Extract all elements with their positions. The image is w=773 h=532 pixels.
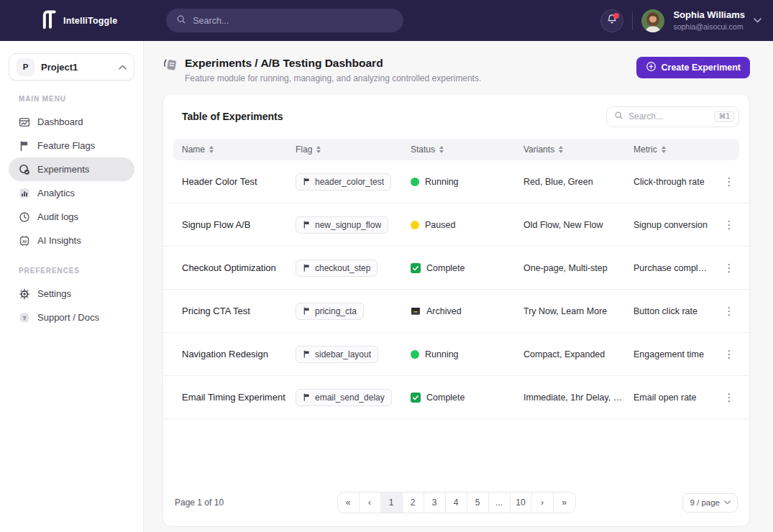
brand-name: IntelliToggle — [63, 16, 117, 26]
sidebar-item-dashboard[interactable]: Dashboard — [9, 110, 134, 134]
table-row: Pricing CTA Testpricing_ctaArchivedTry N… — [163, 290, 749, 333]
prev-page-button[interactable]: ‹ — [360, 492, 381, 513]
topbar: IntelliToggle Sophia Williams sop — [0, 0, 773, 41]
page-size-label: 9 / page — [690, 498, 720, 507]
metric-cell: Engagement time — [634, 349, 719, 359]
sidebar-item-experiments[interactable]: Experiments — [9, 157, 134, 181]
flag-icon — [303, 264, 311, 272]
create-experiment-label: Create Experiment — [662, 63, 741, 73]
page-button-5[interactable]: 5 — [467, 492, 489, 513]
sort-icon — [559, 146, 563, 153]
status-cell: Running — [411, 177, 523, 187]
page-button-3[interactable]: 3 — [424, 492, 446, 513]
sidebar-item-label: Analytics — [37, 188, 75, 198]
row-actions-kebab-icon[interactable]: ⋮ — [719, 262, 739, 273]
page-subtitle: Feature module for running, managing, an… — [185, 73, 481, 83]
status-cell: Archived — [411, 306, 523, 316]
user-avatar[interactable] — [641, 9, 664, 32]
status-running-icon — [411, 350, 419, 359]
svg-text:?: ? — [23, 315, 27, 321]
sidebar-item-ai-insights[interactable]: AIAI Insights — [9, 229, 134, 252]
dashboard-icon — [19, 116, 30, 128]
page-size-select[interactable]: 9 / page — [682, 493, 738, 513]
variants-cell: Try Now, Learn More — [523, 306, 634, 316]
table-card-header: Table of Experiments ⌘1 — [163, 94, 749, 139]
experiment-name: Navigation Redesign — [182, 349, 296, 359]
status-label: Complete — [426, 393, 465, 403]
table-row: Navigation Redesignsidebar_layoutRunning… — [163, 333, 749, 376]
sidebar-item-analytics[interactable]: Analytics — [9, 181, 134, 205]
column-header-metric[interactable]: Metric — [634, 145, 719, 155]
variants-cell: Immediate, 1hr Delay, 3hr... — [523, 393, 634, 403]
user-name: Sophia Williams — [673, 10, 745, 21]
experiments-icon — [19, 164, 30, 175]
flag-icon — [303, 393, 311, 401]
status-label: Running — [425, 349, 459, 359]
status-cell: Complete — [411, 393, 523, 403]
sidebar-item-feature-flags[interactable]: Feature Flags — [9, 134, 134, 157]
page-header: Experiments / A/B Testing Dashboard Feat… — [163, 41, 750, 83]
next-page-button[interactable]: › — [532, 492, 554, 513]
flag-chip[interactable]: header_color_test — [296, 173, 391, 191]
table-header-row: Name Flag Status Variants Metric — [173, 139, 739, 160]
page-summary: Page 1 of 10 — [175, 497, 337, 508]
topbar-right: Sophia Williams sophia@aisocui.com — [600, 9, 761, 32]
metric-cell: Click-through rate — [634, 177, 719, 187]
variants-cell: Compact, Expanded — [523, 349, 634, 359]
flag-key: checkout_step — [315, 263, 370, 273]
user-meta[interactable]: Sophia Williams sophia@aisocui.com — [673, 10, 745, 31]
experiments-table-card: Table of Experiments ⌘1 Name Flag Status… — [163, 93, 750, 527]
first-page-button[interactable]: « — [338, 492, 360, 513]
table-title: Table of Experiments — [182, 111, 283, 122]
user-menu-chevron-down-icon[interactable] — [754, 18, 761, 23]
sidebar-item-label: Audit logs — [37, 211, 78, 222]
row-actions-kebab-icon[interactable]: ⋮ — [719, 176, 739, 187]
flag-chip[interactable]: checkout_step — [296, 260, 378, 277]
status-label: Archived — [426, 306, 462, 316]
page-button-2[interactable]: 2 — [403, 492, 424, 513]
table-search[interactable]: ⌘1 — [606, 106, 739, 127]
page-button-4[interactable]: 4 — [446, 492, 467, 513]
sort-icon — [662, 146, 666, 153]
page-button-1[interactable]: 1 — [381, 492, 403, 513]
table-row: Email Timing Experimentemail_send_delayC… — [163, 376, 749, 419]
sidebar-item-support-docs[interactable]: ?Support / Docs — [9, 306, 134, 329]
row-actions-kebab-icon[interactable]: ⋮ — [719, 349, 739, 359]
row-actions-kebab-icon[interactable]: ⋮ — [719, 392, 739, 403]
flag-key: new_signup_flow — [315, 220, 381, 230]
column-header-flag[interactable]: Flag — [296, 145, 411, 155]
sidebar-item-label: Feature Flags — [37, 140, 95, 151]
project-switcher[interactable]: P Project1 — [9, 53, 134, 81]
flag-chip[interactable]: sidebar_layout — [296, 346, 378, 363]
page-title: Experiments / A/B Testing Dashboard — [185, 57, 481, 70]
page-button-10[interactable]: 10 — [511, 492, 532, 513]
flag-chip[interactable]: pricing_cta — [296, 303, 364, 320]
table-search-input[interactable] — [628, 111, 709, 121]
status-complete-icon — [411, 393, 421, 403]
flag-chip[interactable]: email_send_delay — [296, 389, 392, 406]
flag-icon — [303, 350, 311, 358]
column-header-variants[interactable]: Variants — [523, 145, 634, 155]
global-search-input[interactable] — [193, 16, 393, 26]
project-avatar: P — [17, 58, 35, 76]
experiment-name: Header Color Test — [182, 176, 296, 187]
row-actions-kebab-icon[interactable]: ⋮ — [719, 219, 739, 230]
sidebar-item-audit-logs[interactable]: Audit logs — [9, 205, 134, 229]
metric-cell: Signup conversion — [634, 220, 719, 230]
metric-cell: Button click rate — [634, 306, 719, 316]
sidebar: P Project1 MAIN MENUDashboardFeature Fla… — [0, 41, 144, 532]
create-experiment-button[interactable]: Create Experiment — [636, 57, 750, 78]
sidebar-item-settings[interactable]: Settings — [9, 282, 134, 306]
notifications-button[interactable] — [600, 9, 623, 32]
search-shortcut-badge: ⌘1 — [714, 111, 734, 122]
page-size-chevron-down-icon — [724, 500, 731, 505]
variants-cell: Old Flow, New Flow — [523, 220, 634, 230]
column-header-status[interactable]: Status — [411, 145, 523, 155]
flag-chip[interactable]: new_signup_flow — [296, 216, 388, 234]
row-actions-kebab-icon[interactable]: ⋮ — [719, 306, 739, 316]
global-search[interactable] — [166, 9, 403, 32]
experiment-name: Signup Flow A/B — [182, 219, 296, 230]
column-header-name[interactable]: Name — [182, 145, 296, 155]
last-page-button[interactable]: » — [554, 492, 575, 513]
analytics-icon — [19, 188, 30, 199]
